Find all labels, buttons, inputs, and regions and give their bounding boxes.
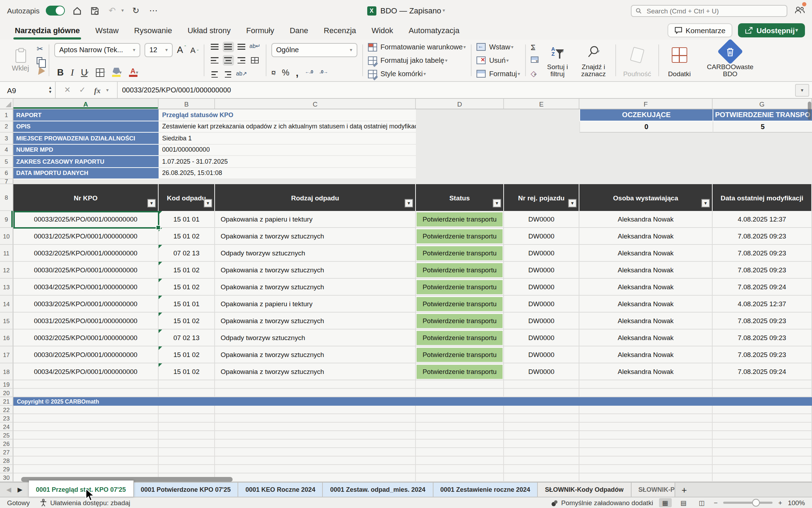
- cell-status[interactable]: Potwierdzenie transportu: [416, 329, 504, 346]
- zoom-slider-thumb[interactable]: [752, 498, 759, 506]
- cell-waste-type[interactable]: Opakowania z tworzyw sztucznych: [215, 313, 416, 329]
- row-header[interactable]: 26: [0, 440, 13, 448]
- cell-waste-type[interactable]: Opakowania z tworzyw sztucznych: [215, 363, 416, 380]
- row-header[interactable]: 16: [0, 329, 13, 346]
- copy-button[interactable]: ▾: [37, 55, 44, 66]
- sheet-tab-zestawienie-roczne[interactable]: 0001 Zestawienie roczne 2024: [433, 483, 538, 497]
- cell-waste-code[interactable]: 07 02 13: [159, 329, 215, 346]
- cell-vehicle[interactable]: DW0000: [504, 245, 579, 262]
- row-header[interactable]: 10: [0, 228, 13, 245]
- cell-vehicle[interactable]: DW0000: [504, 279, 579, 296]
- row-header[interactable]: 30: [0, 473, 13, 482]
- cell-issuer[interactable]: Aleksandra Nowak: [579, 262, 713, 279]
- formula-input[interactable]: 00033/2025/KPO/0001/000000000: [118, 86, 795, 94]
- borders-button[interactable]: ▾: [96, 68, 105, 77]
- format-cells-button[interactable]: Formatuj▾: [476, 68, 520, 79]
- row-header[interactable]: 23: [0, 414, 13, 423]
- cell-waste-code[interactable]: 15 01 02: [159, 363, 215, 380]
- cell-issuer[interactable]: Aleksandra Nowak: [579, 228, 713, 245]
- comments-button[interactable]: Komentarze: [667, 23, 732, 37]
- decrease-decimal-button[interactable]: .0→: [320, 70, 328, 75]
- font-color-button[interactable]: A ▾: [129, 68, 138, 77]
- cell-issuer[interactable]: Aleksandra Nowak: [579, 279, 713, 296]
- cell-waste-code[interactable]: 15 01 02: [159, 228, 215, 245]
- cell-waste-type[interactable]: Opakowania z tworzyw sztucznych: [215, 346, 416, 363]
- sheet-tab-potwierdzone[interactable]: 0001 Potwierdzone KPO 07'25: [134, 483, 238, 497]
- row-header[interactable]: 21: [0, 397, 13, 406]
- info-value-cell[interactable]: Przegląd statusów KPO: [159, 109, 416, 121]
- cell-kpo[interactable]: 00034/2025/KPO/0001/000000000: [13, 279, 159, 296]
- cell-modified[interactable]: 7.08.2025 09:23: [713, 245, 812, 262]
- table-header-cell[interactable]: Status▼: [416, 184, 504, 211]
- info-label-cell[interactable]: MIEJSCE PROWADZENIA DZIAŁALNOŚCI: [13, 133, 159, 144]
- grow-font-button[interactable]: Aˆ: [177, 44, 186, 55]
- addins-loaded-status[interactable]: Pomyślnie załadowano dodatki: [551, 499, 653, 507]
- row-header[interactable]: 19: [0, 380, 13, 389]
- row-header[interactable]: 22: [0, 406, 13, 414]
- cell-vehicle[interactable]: DW0000: [504, 313, 579, 329]
- cell-waste-code[interactable]: 15 01 02: [159, 262, 215, 279]
- tab-wstaw[interactable]: Wstaw: [88, 23, 127, 40]
- info-value-cell[interactable]: Zestawienie kart przekazania odpadów z i…: [159, 121, 416, 133]
- info-value-cell[interactable]: 26.08.2025, 15:01:08: [159, 168, 416, 179]
- accounting-format-button[interactable]: ¤▾: [271, 67, 275, 77]
- cell-status[interactable]: Potwierdzenie transportu: [416, 262, 504, 279]
- cell-status[interactable]: Potwierdzenie transportu: [416, 346, 504, 363]
- row-header[interactable]: 1: [0, 109, 13, 121]
- tab-narzedzia-glowne[interactable]: Narzędzia główne: [7, 23, 88, 40]
- percent-style-button[interactable]: %: [282, 67, 289, 77]
- accessibility-status[interactable]: Ułatwienia dostępu: zbadaj: [39, 499, 130, 507]
- row-header[interactable]: 14: [0, 296, 13, 313]
- underline-button[interactable]: U▾: [81, 67, 88, 78]
- row-header[interactable]: 3: [0, 133, 13, 144]
- increase-indent-button[interactable]: [222, 69, 234, 79]
- align-right-button[interactable]: [236, 55, 247, 66]
- cell-issuer[interactable]: Aleksandra Nowak: [579, 363, 713, 380]
- copyright-cell[interactable]: Copyright © 2025 CARBOmath: [13, 397, 812, 406]
- cell-modified[interactable]: 7.08.2025 09:24: [713, 363, 812, 380]
- cell-kpo[interactable]: 00031/2025/KPO/0001/000000000: [13, 228, 159, 245]
- view-page-break-button[interactable]: ◫: [695, 498, 708, 507]
- cell-kpo[interactable]: 00031/2025/KPO/0001/000000000: [13, 313, 159, 329]
- info-label-cell[interactable]: RAPORT: [13, 109, 159, 121]
- cancel-entry-icon[interactable]: ✕: [64, 85, 70, 95]
- table-header-cell[interactable]: Nr KPO▼: [13, 184, 159, 211]
- cell-issuer[interactable]: Aleksandra Nowak: [579, 346, 713, 363]
- name-box-steppers[interactable]: ▲▼: [48, 86, 52, 94]
- cell-modified[interactable]: 4.08.2025 12:37: [713, 211, 812, 228]
- cell-waste-code[interactable]: 15 01 02: [159, 279, 215, 296]
- document-title[interactable]: BDO — Zapisano: [380, 6, 441, 15]
- filter-button[interactable]: ▼: [493, 199, 501, 207]
- conditional-formatting-button[interactable]: Formatowanie warunkowe▾: [368, 41, 466, 53]
- column-header-c[interactable]: C: [215, 99, 416, 109]
- info-value-cell[interactable]: 0001/000000000: [159, 144, 416, 156]
- row-header[interactable]: 20: [0, 389, 13, 397]
- cell-status[interactable]: Potwierdzenie transportu: [416, 211, 504, 228]
- cell-status[interactable]: Potwierdzenie transportu: [416, 279, 504, 296]
- decrease-indent-button[interactable]: [209, 69, 220, 79]
- shrink-font-button[interactable]: Aˇ: [190, 46, 198, 54]
- column-header-a[interactable]: A: [13, 99, 159, 109]
- cell-modified[interactable]: 7.08.2025 09:23: [713, 228, 812, 245]
- cut-button[interactable]: ✂: [37, 43, 44, 54]
- autosave-toggle[interactable]: [46, 6, 65, 16]
- font-size-select[interactable]: 12▾: [144, 43, 173, 57]
- view-normal-button[interactable]: ▦: [659, 498, 671, 507]
- row-header[interactable]: 6: [0, 168, 13, 179]
- add-sheet-button[interactable]: +: [675, 483, 693, 497]
- cell-waste-code[interactable]: 07 02 13: [159, 245, 215, 262]
- save-icon[interactable]: [89, 5, 100, 16]
- cell-status[interactable]: Potwierdzenie transportu: [416, 313, 504, 329]
- cell-waste-type[interactable]: Opakowania z papieru i tektury: [215, 296, 416, 313]
- cell-kpo[interactable]: 00032/2025/KPO/0001/000000000: [13, 245, 159, 262]
- view-page-layout-button[interactable]: ▤: [677, 498, 690, 507]
- counter-header-cell[interactable]: OCZEKUJĄCE: [579, 109, 713, 121]
- column-header-g[interactable]: G: [713, 99, 812, 109]
- sensitivity-button[interactable]: ▾ Poufność: [621, 41, 653, 79]
- cell-modified[interactable]: 4.08.2025 12:37: [713, 296, 812, 313]
- font-name-select[interactable]: Aptos Narrow (Tek...▾: [54, 43, 140, 57]
- row-header[interactable]: 8: [0, 184, 13, 211]
- tab-formuly[interactable]: Formuły: [239, 23, 282, 40]
- column-header-f[interactable]: F: [579, 99, 713, 109]
- row-header[interactable]: 25: [0, 431, 13, 440]
